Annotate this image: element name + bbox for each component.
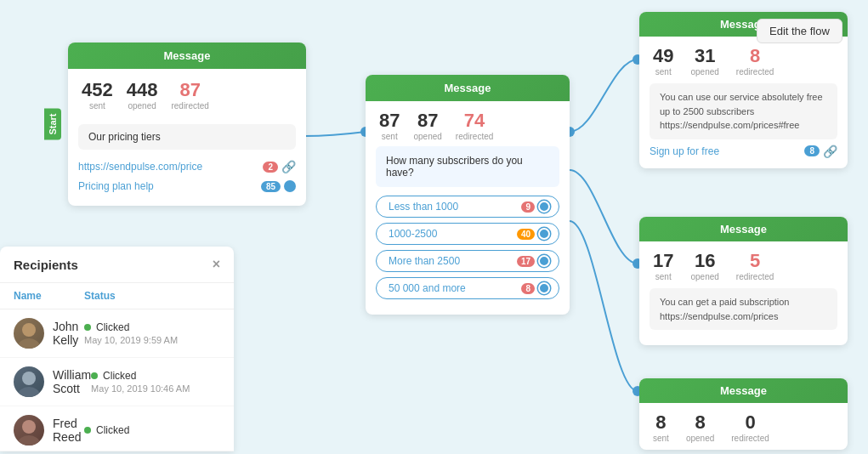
rm-stat-opened: 16 opened bbox=[690, 250, 718, 281]
right-mid-body: You can get a paid subscription https://… bbox=[639, 288, 848, 345]
stat-sent-value: 452 bbox=[82, 79, 113, 101]
recipients-header: Recipients × bbox=[0, 247, 234, 283]
status-dot bbox=[91, 372, 98, 379]
rm-stat-sent-label: sent bbox=[653, 272, 673, 281]
right-top-body: You can use our service absolutely free … bbox=[639, 83, 848, 168]
link-row-1[interactable]: https://sendpulse.com/price 2 🔗 bbox=[78, 156, 296, 177]
status-time: May 10, 2019 10:46 AM bbox=[91, 383, 220, 394]
rb-stat-redirected-value: 0 bbox=[731, 411, 769, 434]
recipient-name: John Kelly bbox=[53, 320, 84, 347]
recipient-status: Clicked bbox=[84, 424, 220, 436]
q-stat-redirected: 74 redirected bbox=[456, 110, 493, 141]
main-message-card: Start Message 452 sent 448 opened 87 red… bbox=[68, 43, 306, 206]
option-badge-2: 17 bbox=[517, 256, 535, 267]
status-label: Clicked bbox=[103, 370, 136, 382]
svg-point-9 bbox=[18, 387, 40, 397]
status-clicked: Clicked bbox=[84, 321, 220, 333]
question-card: Message 87 sent 87 opened 74 redirected … bbox=[366, 75, 570, 315]
q-stat-opened-label: opened bbox=[413, 132, 441, 141]
option-badge-3: 8 bbox=[521, 283, 535, 294]
option-right-3: 8 bbox=[521, 282, 550, 294]
option-badge-1: 40 bbox=[517, 229, 535, 240]
rb-stat-sent-value: 8 bbox=[653, 411, 669, 434]
recipients-panel: Recipients × Name Status John Kelly Clic… bbox=[0, 247, 234, 451]
option-less-than-1000[interactable]: Less than 1000 9 bbox=[376, 196, 559, 218]
rt-stat-opened-label: opened bbox=[690, 67, 718, 77]
stat-opened: 448 opened bbox=[127, 79, 158, 111]
chain-icon-right-top: 🔗 bbox=[823, 145, 837, 158]
right-mid-header: Message bbox=[639, 217, 848, 241]
option-more-than-2500[interactable]: More than 2500 17 bbox=[376, 250, 559, 272]
chain-icon-1: 🔗 bbox=[281, 160, 296, 173]
option-right-1: 40 bbox=[517, 228, 550, 240]
q-stat-opened-value: 87 bbox=[413, 110, 441, 132]
link-1-text[interactable]: https://sendpulse.com/price bbox=[78, 161, 202, 173]
right-top-message: You can use our service absolutely free … bbox=[650, 83, 837, 139]
close-icon[interactable]: × bbox=[213, 257, 220, 272]
col-status-header: Status bbox=[84, 290, 220, 302]
rm-stat-redirected-label: redirected bbox=[736, 272, 774, 281]
avatar bbox=[14, 415, 44, 445]
option-label-3: 50 000 and more bbox=[389, 282, 466, 294]
rb-stat-opened: 8 opened bbox=[686, 411, 714, 443]
rm-stat-opened-label: opened bbox=[690, 272, 718, 281]
message-text: Our pricing tiers bbox=[78, 124, 296, 150]
right-mid-stats: 17 sent 16 opened 5 redirected bbox=[639, 241, 848, 288]
stat-redirected: 87 redirected bbox=[171, 79, 208, 111]
option-label-1: 1000-2500 bbox=[389, 228, 437, 240]
svg-point-6 bbox=[22, 323, 36, 337]
recipient-status: Clicked May 10, 2019 10:46 AM bbox=[91, 370, 220, 394]
rt-stat-opened-value: 31 bbox=[690, 45, 718, 67]
rm-stat-redirected: 5 redirected bbox=[736, 250, 774, 281]
rm-stat-sent-value: 17 bbox=[653, 250, 673, 272]
stat-opened-value: 448 bbox=[127, 79, 158, 101]
stat-redirected-label: redirected bbox=[171, 101, 208, 111]
right-bot-stats: 8 sent 8 opened 0 redirected bbox=[639, 403, 848, 450]
rt-stat-sent: 49 sent bbox=[653, 45, 673, 77]
edit-flow-button[interactable]: Edit the flow bbox=[757, 19, 842, 43]
link-2-text[interactable]: Pricing plan help bbox=[78, 180, 154, 192]
status-label: Clicked bbox=[96, 424, 129, 436]
question-bubble: How many subscribers do you have? bbox=[376, 146, 559, 187]
avatar bbox=[14, 366, 44, 397]
q-stat-redirected-label: redirected bbox=[456, 132, 493, 141]
q-stat-opened: 87 opened bbox=[413, 110, 441, 141]
stat-opened-label: opened bbox=[127, 101, 158, 111]
recipients-table-header: Name Status bbox=[0, 283, 234, 309]
table-row[interactable]: Fred Reed Clicked bbox=[0, 406, 234, 451]
start-tab: Start bbox=[44, 108, 61, 139]
option-50000-and-more[interactable]: 50 000 and more 8 bbox=[376, 277, 559, 299]
option-label-0: Less than 1000 bbox=[389, 201, 458, 213]
rb-stat-redirected: 0 redirected bbox=[731, 411, 769, 443]
status-label: Clicked bbox=[96, 321, 129, 333]
rb-stat-sent-label: sent bbox=[653, 434, 669, 443]
rm-stat-sent: 17 sent bbox=[653, 250, 673, 281]
rm-stat-opened-value: 16 bbox=[690, 250, 718, 272]
rt-stat-sent-label: sent bbox=[653, 67, 673, 77]
table-row[interactable]: William Scott Clicked May 10, 2019 10:46… bbox=[0, 358, 234, 406]
main-card-stats: 452 sent 448 opened 87 redirected bbox=[68, 69, 306, 117]
option-toggle-3 bbox=[538, 282, 550, 294]
right-top-link-row[interactable]: Sign up for free 8 🔗 bbox=[650, 145, 837, 158]
col-name-header: Name bbox=[14, 290, 84, 302]
q-stat-sent: 87 sent bbox=[379, 110, 400, 141]
table-row[interactable]: John Kelly Clicked May 10, 2019 9:59 AM bbox=[0, 309, 234, 358]
recipients-title: Recipients bbox=[14, 258, 78, 272]
avatar bbox=[14, 318, 44, 349]
link-row-2[interactable]: Pricing plan help 85 bbox=[78, 177, 296, 196]
option-1000-2500[interactable]: 1000-2500 40 bbox=[376, 223, 559, 245]
rt-stat-redirected-label: redirected bbox=[736, 67, 774, 77]
option-toggle-1 bbox=[538, 228, 550, 240]
right-mid-message: You can get a paid subscription https://… bbox=[650, 288, 837, 330]
rt-stat-opened: 31 opened bbox=[690, 45, 718, 77]
q-stat-sent-label: sent bbox=[379, 132, 400, 141]
link-1-badge: 2 bbox=[263, 162, 278, 173]
right-top-link[interactable]: Sign up for free bbox=[650, 145, 719, 157]
main-card-header: Message bbox=[68, 43, 306, 69]
main-card-content: Our pricing tiers https://sendpulse.com/… bbox=[68, 117, 306, 206]
status-clicked: Clicked bbox=[84, 424, 220, 436]
link-2-badge: 85 bbox=[261, 181, 281, 192]
stat-sent-label: sent bbox=[82, 101, 113, 111]
option-label-2: More than 2500 bbox=[389, 255, 460, 267]
rb-stat-opened-label: opened bbox=[686, 434, 714, 443]
